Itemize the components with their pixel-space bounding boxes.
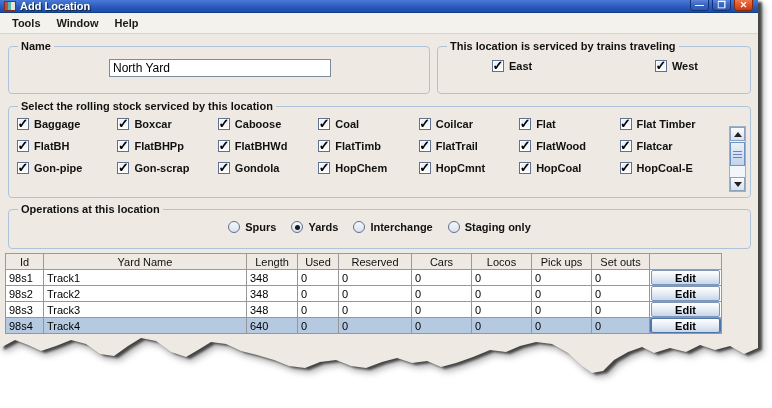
checkbox-icon xyxy=(620,118,632,130)
cell: Track2 xyxy=(44,286,247,302)
checkbox-label: FlatBHPp xyxy=(134,140,184,152)
cell: 0 xyxy=(472,270,532,286)
cell: 98s2 xyxy=(6,286,44,302)
checkbox-label: FlatWood xyxy=(536,140,586,152)
checkbox-icon xyxy=(17,118,29,130)
cell: 0 xyxy=(298,270,339,286)
table-row-98s4[interactable]: 98s4Track4640000000Edit xyxy=(6,318,722,334)
cell: 348 xyxy=(247,270,298,286)
stock-checkbox-flattrail[interactable]: FlatTrail xyxy=(419,140,519,152)
cell: 0 xyxy=(472,286,532,302)
stock-checkbox-flatwood[interactable]: FlatWood xyxy=(519,140,619,152)
stock-checkbox-gon-pipe[interactable]: Gon-pipe xyxy=(17,162,117,174)
stock-checkbox-hopcoal-e[interactable]: HopCoal-E xyxy=(620,162,720,174)
stock-checkbox-flatbh[interactable]: FlatBH xyxy=(17,140,117,152)
checkbox-label: FlatBHWd xyxy=(235,140,288,152)
checkbox-label: East xyxy=(509,60,532,72)
table-row-98s3[interactable]: 98s3Track3348000000Edit xyxy=(6,302,722,318)
window-controls: — ❒ ✕ xyxy=(690,0,753,11)
column-header-set-outs[interactable]: Set outs xyxy=(592,254,650,270)
scroll-down-button[interactable] xyxy=(730,177,745,191)
edit-button[interactable]: Edit xyxy=(651,302,720,317)
cell: Track1 xyxy=(44,270,247,286)
column-header-edit[interactable] xyxy=(650,254,722,270)
app-icon xyxy=(4,1,16,11)
checkbox-icon xyxy=(492,60,504,72)
cell: 0 xyxy=(412,270,472,286)
stock-checkbox-caboose[interactable]: Caboose xyxy=(218,118,318,130)
column-header-id[interactable]: Id xyxy=(6,254,44,270)
checkbox-label: Caboose xyxy=(235,118,281,130)
radio-staging-only[interactable]: Staging only xyxy=(448,221,531,233)
menu-window[interactable]: Window xyxy=(49,14,107,32)
checkbox-label: Coilcar xyxy=(436,118,473,130)
edit-cell: Edit xyxy=(650,302,722,318)
cell: Track4 xyxy=(44,318,247,334)
scrollbar-thumb[interactable] xyxy=(730,142,745,166)
column-header-locos[interactable]: Locos xyxy=(472,254,532,270)
stock-checkbox-flattimb[interactable]: FlatTimb xyxy=(318,140,418,152)
menu-help[interactable]: Help xyxy=(107,14,147,32)
table-row-98s2[interactable]: 98s2Track2348000000Edit xyxy=(6,286,722,302)
menu-tools[interactable]: Tools xyxy=(4,14,49,32)
checkbox-label: FlatTrail xyxy=(436,140,478,152)
edit-button[interactable]: Edit xyxy=(651,318,720,333)
close-button[interactable]: ✕ xyxy=(734,0,753,11)
window-title: Add Location xyxy=(20,0,90,12)
stock-checkbox-hopcmnt[interactable]: HopCmnt xyxy=(419,162,519,174)
checkbox-icon xyxy=(419,140,431,152)
checkbox-icon xyxy=(117,118,129,130)
cell: 0 xyxy=(412,286,472,302)
column-header-reserved[interactable]: Reserved xyxy=(339,254,412,270)
rolling-stock-legend: Select the rolling stock serviced by thi… xyxy=(18,100,276,112)
direction-panel-legend: This location is serviced by trains trav… xyxy=(447,40,679,52)
stock-checkbox-flatcar[interactable]: Flatcar xyxy=(620,140,720,152)
stock-checkbox-hopcoal[interactable]: HopCoal xyxy=(519,162,619,174)
column-header-pick-ups[interactable]: Pick ups xyxy=(532,254,592,270)
radio-icon xyxy=(291,221,303,233)
checkbox-icon xyxy=(17,140,29,152)
stock-checkbox-gondola[interactable]: Gondola xyxy=(218,162,318,174)
radio-yards[interactable]: Yards xyxy=(291,221,338,233)
maximize-button[interactable]: ❒ xyxy=(712,0,731,11)
checkbox-label: West xyxy=(672,60,698,72)
minimize-button[interactable]: — xyxy=(690,0,709,11)
cell: 98s3 xyxy=(6,302,44,318)
column-header-used[interactable]: Used xyxy=(298,254,339,270)
edit-button[interactable]: Edit xyxy=(651,286,720,301)
radio-spurs[interactable]: Spurs xyxy=(228,221,276,233)
checkbox-label: Boxcar xyxy=(134,118,171,130)
cell: 0 xyxy=(472,302,532,318)
stock-checkbox-flat-timber[interactable]: Flat Timber xyxy=(620,118,720,130)
stock-checkbox-coilcar[interactable]: Coilcar xyxy=(419,118,519,130)
stock-checkbox-coal[interactable]: Coal xyxy=(318,118,418,130)
rolling-stock-scrollbar[interactable] xyxy=(729,126,746,192)
cell: 0 xyxy=(412,302,472,318)
table-header-row: IdYard NameLengthUsedReservedCarsLocosPi… xyxy=(6,254,722,270)
column-header-length[interactable]: Length xyxy=(247,254,298,270)
scroll-up-button[interactable] xyxy=(730,127,745,141)
cell: 640 xyxy=(247,318,298,334)
edit-button[interactable]: Edit xyxy=(651,270,720,285)
stock-checkbox-flatbhwd[interactable]: FlatBHWd xyxy=(218,140,318,152)
stock-checkbox-flat[interactable]: Flat xyxy=(519,118,619,130)
direction-checkbox-west[interactable]: West xyxy=(655,60,698,72)
cell: 0 xyxy=(339,318,412,334)
checkbox-label: Baggage xyxy=(34,118,80,130)
stock-checkbox-gon-scrap[interactable]: Gon-scrap xyxy=(117,162,217,174)
location-name-input[interactable] xyxy=(109,59,331,77)
radio-interchange[interactable]: Interchange xyxy=(353,221,432,233)
stock-checkbox-baggage[interactable]: Baggage xyxy=(17,118,117,130)
operations-legend: Operations at this location xyxy=(18,203,163,215)
table-row-98s1[interactable]: 98s1Track1348000000Edit xyxy=(6,270,722,286)
stock-checkbox-flatbhpp[interactable]: FlatBHPp xyxy=(117,140,217,152)
title-bar[interactable]: Add Location — ❒ ✕ xyxy=(0,0,758,13)
column-header-yard-name[interactable]: Yard Name xyxy=(44,254,247,270)
cell: 0 xyxy=(592,286,650,302)
checkbox-icon xyxy=(519,162,531,174)
direction-checkbox-east[interactable]: East xyxy=(492,60,532,72)
stock-checkbox-boxcar[interactable]: Boxcar xyxy=(117,118,217,130)
stock-checkbox-hopchem[interactable]: HopChem xyxy=(318,162,418,174)
name-panel: Name xyxy=(8,40,430,94)
column-header-cars[interactable]: Cars xyxy=(412,254,472,270)
